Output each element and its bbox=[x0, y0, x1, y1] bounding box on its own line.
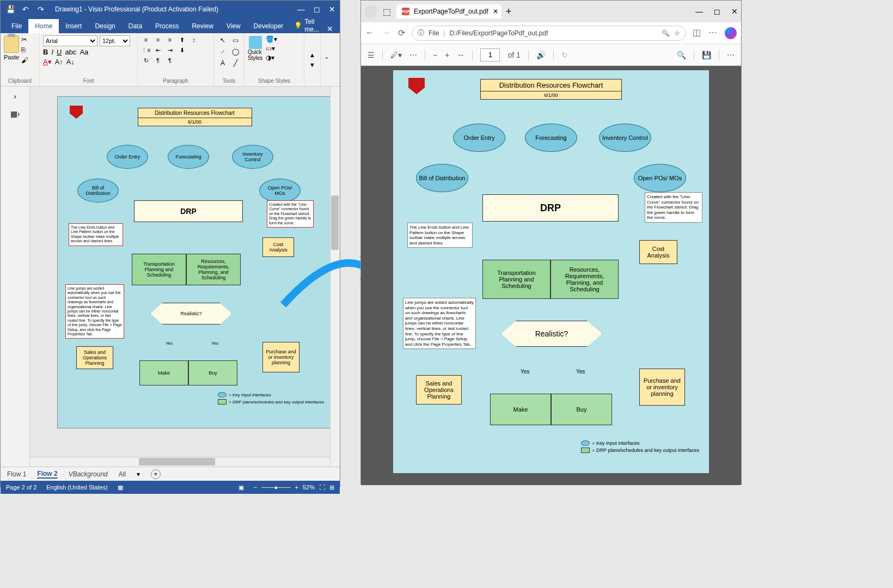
maximize-icon[interactable]: ◻ bbox=[714, 7, 720, 16]
font-size-down-button[interactable]: A↓ bbox=[66, 58, 75, 66]
align-bot-icon[interactable]: ⬇ bbox=[177, 46, 187, 54]
ellipse-tool-icon[interactable]: ◯ bbox=[230, 47, 241, 57]
scrollbar-horizontal[interactable] bbox=[30, 457, 330, 467]
toolbar-menu-icon[interactable]: ⋯ bbox=[727, 51, 735, 59]
tab-developer[interactable]: Developer bbox=[247, 19, 290, 33]
para-1-icon[interactable]: ¶ bbox=[153, 56, 163, 65]
more-icon[interactable]: ⋯ bbox=[409, 51, 417, 59]
cut-icon[interactable]: ✂ bbox=[21, 35, 28, 44]
align-top-icon[interactable]: ⬆ bbox=[177, 35, 187, 44]
quick-styles-button[interactable]: Quick Styles bbox=[248, 36, 262, 61]
save-icon[interactable]: 💾 bbox=[702, 51, 711, 59]
line-tool-icon[interactable]: ╱ bbox=[230, 58, 241, 68]
pan-icon[interactable]: ⊞ bbox=[329, 484, 334, 491]
find-icon[interactable]: 🔍 bbox=[677, 51, 686, 59]
font-color-button[interactable]: A▾ bbox=[43, 58, 52, 66]
bullets-icon[interactable]: ⋮≡ bbox=[141, 46, 151, 54]
new-tab-button[interactable]: + bbox=[506, 6, 512, 17]
align-center-icon[interactable]: ≡ bbox=[153, 35, 163, 44]
redo-icon[interactable]: ↷ bbox=[35, 4, 46, 15]
copilot-icon[interactable] bbox=[725, 27, 737, 39]
zoom-in-icon[interactable]: + bbox=[295, 484, 298, 491]
align-left-icon[interactable]: ≡ bbox=[141, 35, 151, 44]
line-button[interactable]: ▭▾ bbox=[266, 45, 277, 52]
site-info-icon[interactable]: ⓘ bbox=[418, 28, 424, 38]
tab-data[interactable]: Data bbox=[122, 19, 149, 33]
tab-file[interactable]: File bbox=[5, 19, 28, 33]
undo-icon[interactable]: ↶ bbox=[20, 4, 31, 15]
zoom-value[interactable]: 52% bbox=[303, 484, 315, 491]
font-size-select[interactable]: 12pt. bbox=[100, 35, 130, 46]
tab-process[interactable]: Process bbox=[149, 19, 185, 33]
strike-button[interactable]: abc bbox=[65, 48, 76, 56]
pagetab-all[interactable]: All bbox=[119, 470, 126, 478]
minimize-icon[interactable]: — bbox=[297, 5, 305, 14]
pagetab-vbackground[interactable]: VBackground bbox=[69, 470, 108, 478]
fit-width-icon[interactable]: ↔ bbox=[457, 51, 464, 59]
tab-view[interactable]: View bbox=[220, 19, 247, 33]
minimize-icon[interactable]: — bbox=[695, 7, 703, 16]
close-icon[interactable]: ✕ bbox=[731, 7, 738, 16]
add-page-button[interactable]: + bbox=[151, 469, 161, 479]
profile-icon[interactable] bbox=[364, 5, 377, 18]
back-icon[interactable]: ← bbox=[365, 28, 374, 38]
fit-page-icon[interactable]: ⛶ bbox=[319, 484, 325, 491]
font-name-select[interactable]: Arial bbox=[43, 35, 97, 46]
indent-dec-icon[interactable]: ⇤ bbox=[153, 46, 163, 54]
browser-tab[interactable]: PDF ExportPageToPdf_out.pdf ✕ bbox=[396, 4, 501, 19]
read-aloud-icon[interactable]: 🔊 bbox=[536, 51, 546, 59]
fill-button[interactable]: 🪣▾ bbox=[266, 35, 277, 43]
pdf-viewer[interactable]: Distribution Resources Flowchart 6/1/00 … bbox=[361, 66, 741, 485]
zoom-lens-icon[interactable]: 🔍 bbox=[662, 29, 670, 37]
zoom-out-icon[interactable]: − bbox=[254, 484, 257, 491]
tell-me[interactable]: 💡 Tell me... bbox=[294, 18, 327, 33]
indent-inc-icon[interactable]: ⇥ bbox=[165, 46, 175, 54]
maximize-icon[interactable]: ◻ bbox=[314, 5, 320, 14]
underline-button[interactable]: U bbox=[57, 48, 62, 56]
bold-button[interactable]: B bbox=[43, 48, 48, 56]
scroll-up-icon[interactable]: ▲ bbox=[309, 52, 315, 58]
tab-review[interactable]: Review bbox=[185, 19, 219, 33]
para-2-icon[interactable]: ¶ bbox=[165, 56, 175, 65]
refresh-icon[interactable]: ⟳ bbox=[398, 28, 405, 38]
url-input[interactable]: ⓘ File | D:/Files/ExportPageToPdf_out.pd… bbox=[412, 26, 686, 41]
pointer-tool-icon[interactable]: ↖ bbox=[217, 35, 228, 45]
connector-tool-icon[interactable]: ⟋ bbox=[217, 47, 228, 57]
split-screen-icon[interactable]: ◫ bbox=[693, 27, 701, 39]
zoom-slider[interactable]: ───●─── bbox=[261, 484, 290, 491]
pagetab-dropdown-icon[interactable]: ▾ bbox=[137, 470, 140, 478]
italic-button[interactable]: I bbox=[51, 48, 53, 56]
effects-button[interactable]: ◑▾ bbox=[266, 54, 277, 62]
align-right-icon[interactable]: ≡ bbox=[165, 35, 175, 44]
macro-icon[interactable]: ▦ bbox=[118, 484, 123, 491]
text-tool-icon[interactable]: A bbox=[217, 58, 228, 68]
close-icon[interactable]: ✕ bbox=[329, 5, 335, 14]
pagetab-flow2[interactable]: Flow 2 bbox=[37, 470, 57, 479]
copy-icon[interactable]: ⎘ bbox=[21, 46, 28, 54]
draw-icon[interactable]: 🖊▾ bbox=[390, 51, 402, 59]
save-icon[interactable]: 💾 bbox=[5, 4, 16, 15]
forward-icon[interactable]: → bbox=[382, 28, 390, 38]
tab-close-icon[interactable]: ✕ bbox=[493, 8, 498, 15]
rotate-icon[interactable]: ↻ bbox=[141, 56, 151, 65]
scroll-down-icon[interactable]: ▼ bbox=[309, 62, 315, 68]
tab-design[interactable]: Design bbox=[88, 19, 121, 33]
stencil-icon[interactable]: ▦› bbox=[10, 109, 20, 118]
presentation-icon[interactable]: ▣ bbox=[238, 484, 244, 491]
doc-close-icon[interactable]: ✕ bbox=[327, 24, 333, 33]
grow-font-button[interactable]: Aa bbox=[79, 48, 88, 56]
language-indicator[interactable]: English (United States) bbox=[46, 484, 108, 491]
format-painter-icon[interactable]: 🖌 bbox=[21, 56, 28, 64]
menu-icon[interactable]: ⋯ bbox=[708, 27, 717, 39]
zoom-out-icon[interactable]: − bbox=[433, 51, 437, 59]
rect-tool-icon[interactable]: ▭ bbox=[230, 35, 241, 45]
font-size-up-button[interactable]: A↑ bbox=[55, 58, 63, 66]
zoom-in-icon[interactable]: + bbox=[445, 51, 449, 59]
rotate-icon[interactable]: ↻ bbox=[561, 51, 568, 59]
align-mid-icon[interactable]: ↕ bbox=[189, 35, 199, 44]
contents-icon[interactable]: ☰ bbox=[368, 51, 375, 59]
paste-button[interactable]: Paste bbox=[4, 35, 19, 64]
shapes-expand-icon[interactable]: › bbox=[14, 92, 16, 101]
page-input[interactable] bbox=[480, 48, 500, 62]
workspaces-icon[interactable]: ⬚ bbox=[383, 7, 391, 17]
